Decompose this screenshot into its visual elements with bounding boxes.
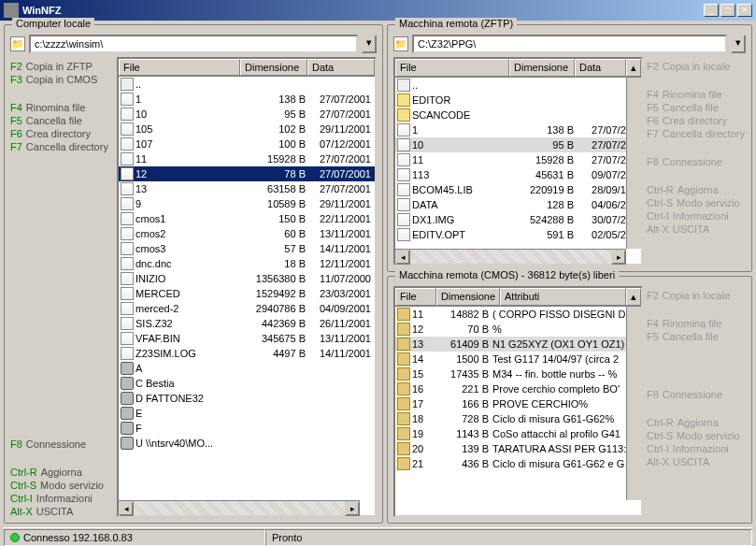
shortcut-item[interactable]: F3Copia in CMOS (10, 74, 113, 85)
table-row[interactable]: cmos260 B13/11/2001 (119, 226, 375, 241)
table-row[interactable]: 105102 B29/11/2001 (119, 122, 375, 136)
minimize-button[interactable]: _ (704, 4, 719, 17)
table-row[interactable]: EDITOR (395, 93, 641, 108)
table-row[interactable]: 1363158 B27/07/2001 (119, 181, 375, 196)
col-dim[interactable]: Dimensione (509, 59, 575, 77)
shortcut-item[interactable]: F7Cancella directory (647, 128, 746, 139)
col-date[interactable]: Data (575, 59, 626, 77)
zftp-file-list[interactable]: File Dimensione Data ▴ ..EDITORSCANCODE1… (393, 57, 643, 266)
col-file[interactable]: File (395, 288, 436, 306)
shortcut-item[interactable]: Alt-XUSCITA (647, 223, 746, 235)
table-row[interactable]: 17166 BPROVE CERCHIO% (395, 396, 641, 411)
table-row[interactable]: 1138 B27/07/2001 (119, 92, 375, 107)
dropdown-button[interactable]: ▾ (731, 35, 746, 53)
table-row[interactable]: D FATTONE32 (119, 391, 375, 406)
shortcut-item[interactable]: F8Connessione (10, 438, 113, 450)
table-row[interactable]: 910589 B29/11/2001 (119, 196, 375, 211)
shortcut-item[interactable]: F4Rinomina file (647, 318, 746, 329)
col-dim[interactable]: Dimensione (240, 59, 307, 76)
scrollbar-h[interactable]: ◂ ▸ (119, 500, 360, 515)
scrollbar-h[interactable]: ◂ ▸ (395, 249, 626, 264)
scrollbar-v[interactable] (626, 307, 641, 500)
table-row[interactable]: C Bestia (119, 376, 375, 391)
table-row[interactable]: 107100 B07/12/2001 (119, 136, 375, 151)
col-file[interactable]: File (119, 59, 240, 76)
scroll-left-button[interactable]: ◂ (119, 501, 134, 516)
cmos-file-list[interactable]: File Dimensione Attributi ▴ 1114882 B( C… (393, 286, 643, 517)
shortcut-item[interactable]: Ctrl-SModo servizio (10, 480, 113, 491)
col-file[interactable]: File (395, 59, 509, 77)
shortcut-item[interactable]: Alt-XUSCITA (647, 456, 746, 467)
dropdown-button[interactable]: ▾ (362, 35, 377, 53)
shortcut-item[interactable]: F8Connessione (647, 156, 746, 167)
col-date[interactable]: Data (307, 59, 375, 76)
table-row[interactable]: U \\ntsrv40\MO... (119, 436, 375, 451)
table-row[interactable]: 1270 B% (395, 322, 641, 337)
table-row[interactable]: 191143 BCoSo attacchi al profilo G41 (395, 426, 641, 441)
table-row[interactable]: 141500 BTest G117 14/04/97 (circa 2 (395, 352, 641, 366)
shortcut-item[interactable]: F2Copia in locale (647, 61, 746, 72)
table-row[interactable]: A (119, 361, 375, 376)
scroll-track[interactable] (134, 501, 345, 515)
table-row[interactable]: DX1.IMG524288 B30/07/200 (395, 212, 641, 227)
shortcut-item[interactable]: Ctrl-RAggiorna (647, 417, 746, 428)
table-row[interactable]: .. (395, 78, 641, 93)
table-row[interactable]: dnc.dnc18 B12/11/2001 (119, 256, 375, 271)
table-row[interactable]: 1115928 B27/07/2001 (119, 151, 375, 166)
scroll-left-button[interactable]: ◂ (395, 250, 410, 265)
shortcut-item[interactable]: Ctrl-SModo servizio (647, 430, 746, 441)
table-row[interactable]: F (119, 421, 375, 436)
table-row[interactable]: MERCED1529492 B23/03/2001 (119, 286, 375, 301)
table-row[interactable]: 1095 B27/07/200 (395, 137, 641, 152)
table-row[interactable]: SIS.Z32442369 B26/11/2001 (119, 316, 375, 331)
shortcut-item[interactable]: Ctrl-IInformazioni (10, 493, 113, 504)
shortcut-item[interactable]: F2Copia in ZFTP (10, 61, 113, 72)
table-row[interactable]: .. (119, 77, 375, 92)
table-row[interactable]: 21436 BCiclo di misura G61-G62 e G (395, 456, 641, 471)
table-row[interactable]: Z23SIM.LOG4497 B14/11/2001 (119, 346, 375, 361)
table-row[interactable]: E (119, 406, 375, 421)
table-row[interactable]: 1517435 BM34 -- fin. bottle nurbs -- % (395, 366, 641, 381)
table-row[interactable]: INIZIO1356380 B11/07/2000 (119, 271, 375, 286)
shortcut-item[interactable]: Ctrl-RAggiorna (647, 184, 746, 195)
shortcut-item[interactable]: F4Rinomina file (647, 89, 746, 100)
table-row[interactable]: 16221 BProve cerchio completo BO' (395, 381, 641, 396)
table-row[interactable]: 11345631 B09/07/200 (395, 167, 641, 182)
shortcut-item[interactable]: Ctrl-SModo servizio (647, 197, 746, 208)
table-row[interactable]: 1095 B27/07/2001 (119, 107, 375, 122)
table-row[interactable]: 1114882 B( CORPO FISSO DISEGNI D' (395, 307, 641, 322)
scroll-right-button[interactable]: ▸ (345, 501, 360, 516)
table-row[interactable]: VFAF.BIN345675 B13/11/2001 (119, 331, 375, 346)
col-scroll-up[interactable]: ▴ (626, 59, 641, 77)
shortcut-item[interactable]: F8Connessione (647, 389, 746, 400)
table-row[interactable]: 20139 BTARATURA ASSI PER G113: (395, 441, 641, 456)
local-file-list[interactable]: File Dimensione Data ..1138 B27/07/20011… (117, 57, 377, 517)
maximize-button[interactable]: □ (720, 4, 735, 17)
shortcut-item[interactable]: Alt-XUSCITA (10, 506, 113, 517)
table-row[interactable]: merced-22940786 B04/09/2001 (119, 301, 375, 316)
scroll-track[interactable] (410, 250, 611, 264)
shortcut-item[interactable]: Ctrl-IInformazioni (647, 210, 746, 222)
scrollbar-v[interactable] (626, 78, 641, 249)
shortcut-item[interactable]: F5Cancella file (647, 102, 746, 113)
shortcut-item[interactable]: Ctrl-RAggiorna (10, 467, 113, 478)
shortcut-item[interactable]: Ctrl-IInformazioni (647, 443, 746, 454)
table-row[interactable]: SCANCODE (395, 108, 641, 122)
col-scroll-up[interactable]: ▴ (626, 288, 641, 306)
table-row[interactable]: DATA128 B04/06/200 (395, 197, 641, 212)
table-row[interactable]: EDITV.OPT591 B02/05/200 (395, 227, 641, 242)
table-row[interactable]: 1138 B27/07/200 (395, 122, 641, 137)
shortcut-item[interactable]: F6Crea directory (647, 115, 746, 126)
scroll-right-button[interactable]: ▸ (611, 250, 626, 265)
table-row[interactable]: 1361409 BN1 G25XYZ (OX1 OY1 OZ1) (395, 337, 641, 352)
table-row[interactable]: 1115928 B27/07/200 (395, 152, 641, 167)
shortcut-item[interactable]: F4Rinomina file (10, 102, 113, 113)
shortcut-item[interactable]: F7Cancella directory (10, 141, 113, 152)
zftp-path-input[interactable] (412, 35, 727, 53)
table-row[interactable]: 1278 B27/07/2001 (119, 166, 375, 181)
close-button[interactable]: × (737, 4, 752, 17)
shortcut-item[interactable]: F6Crea directory (10, 128, 113, 139)
table-row[interactable]: BCOM45.LIB220919 B28/09/198 (395, 182, 641, 197)
table-row[interactable]: cmos357 B14/11/2001 (119, 241, 375, 256)
table-row[interactable]: 18728 BCiclo di misura G61-G62% (395, 411, 641, 426)
